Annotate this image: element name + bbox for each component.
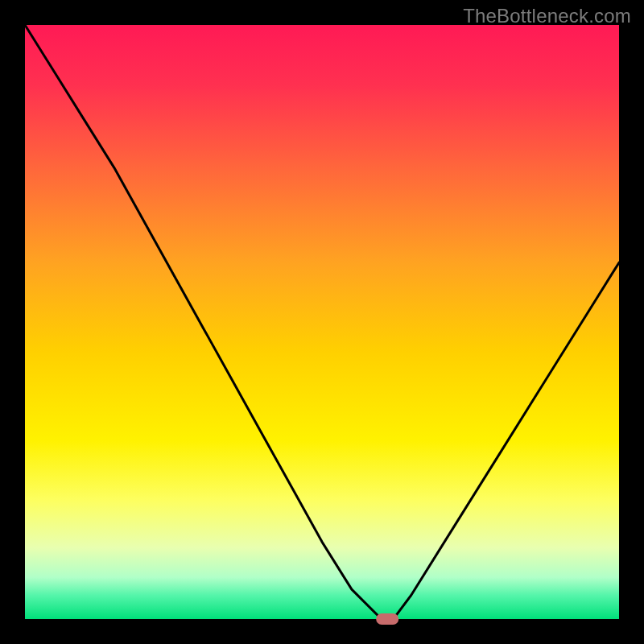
plot-background bbox=[25, 25, 619, 619]
optimal-marker bbox=[376, 613, 398, 625]
watermark-text: TheBottleneck.com bbox=[463, 5, 631, 27]
bottleneck-chart bbox=[0, 0, 644, 644]
chart-container: TheBottleneck.com bbox=[0, 0, 644, 644]
